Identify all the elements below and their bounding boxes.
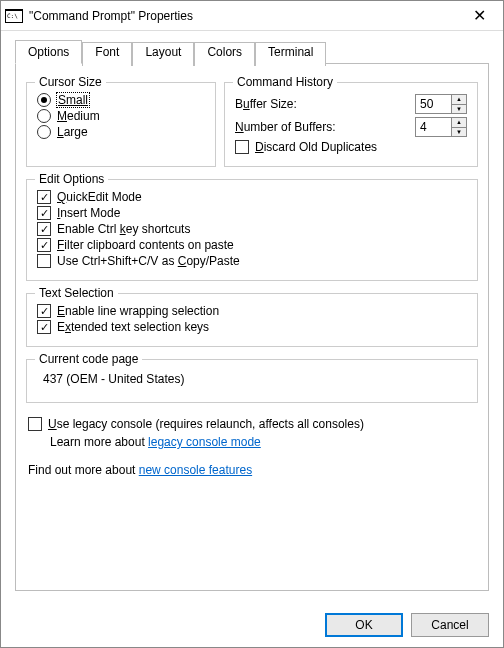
text-selection-group: Text Selection Enable line wrapping sele…	[26, 293, 478, 347]
ctrlkey-label: Enable Ctrl key shortcuts	[57, 222, 190, 236]
cancel-button[interactable]: Cancel	[411, 613, 489, 637]
codepage-value: 437 (OEM - United States)	[37, 368, 467, 392]
checkbox-icon	[28, 417, 42, 431]
quickedit-checkbox[interactable]: QuickEdit Mode	[37, 190, 467, 204]
content-area: Options Font Layout Colors Terminal Curs…	[1, 31, 503, 603]
insert-label: Insert Mode	[57, 206, 120, 220]
codepage-group: Current code page 437 (OEM - United Stat…	[26, 359, 478, 403]
button-row: OK Cancel	[1, 603, 503, 647]
spin-down-icon[interactable]: ▼	[452, 105, 466, 114]
legacy-label: Use legacy console (requires relaunch, a…	[48, 417, 364, 431]
spin-down-icon[interactable]: ▼	[452, 128, 466, 137]
cursor-small-label: Small	[57, 93, 89, 107]
cmd-icon: C:\	[5, 8, 23, 24]
num-buffers-input[interactable]	[415, 117, 451, 137]
linewrap-checkbox[interactable]: Enable line wrapping selection	[37, 304, 467, 318]
cursor-size-group: Cursor Size Small Medium Large	[26, 82, 216, 167]
radio-icon	[37, 125, 51, 139]
extended-label: Extended text selection keys	[57, 320, 209, 334]
buffer-size-spinner[interactable]: ▲▼	[415, 94, 467, 114]
checkbox-icon	[37, 320, 51, 334]
top-row: Cursor Size Small Medium Large	[26, 76, 478, 167]
num-buffers-spinner[interactable]: ▲▼	[415, 117, 467, 137]
cursor-small-radio[interactable]: Small	[37, 93, 205, 107]
checkbox-icon	[37, 206, 51, 220]
ok-button[interactable]: OK	[325, 613, 403, 637]
ctrlkey-checkbox[interactable]: Enable Ctrl key shortcuts	[37, 222, 467, 236]
cursor-large-label: Large	[57, 125, 88, 139]
tab-layout[interactable]: Layout	[132, 42, 194, 66]
ctrlshift-checkbox[interactable]: Use Ctrl+Shift+C/V as Copy/Paste	[37, 254, 467, 268]
tab-options[interactable]: Options	[15, 40, 82, 64]
checkbox-icon	[37, 190, 51, 204]
history-legend: Command History	[233, 75, 337, 89]
spinner-buttons[interactable]: ▲▼	[451, 94, 467, 114]
insert-checkbox[interactable]: Insert Mode	[37, 206, 467, 220]
buffer-size-label: Buffer Size:	[235, 97, 297, 111]
buffer-size-row: Buffer Size: ▲▼	[235, 94, 467, 114]
num-buffers-label: Number of Buffers:	[235, 120, 336, 134]
tab-colors[interactable]: Colors	[194, 42, 255, 66]
tab-strip: Options Font Layout Colors Terminal	[15, 40, 489, 64]
radio-icon	[37, 93, 51, 107]
legacy-console-checkbox[interactable]: Use legacy console (requires relaunch, a…	[28, 417, 476, 431]
findout-line: Find out more about new console features	[28, 463, 476, 477]
filter-checkbox[interactable]: Filter clipboard contents on paste	[37, 238, 467, 252]
spin-up-icon[interactable]: ▲	[452, 118, 466, 128]
checkbox-icon	[37, 254, 51, 268]
edit-options-group: Edit Options QuickEdit Mode Insert Mode …	[26, 179, 478, 281]
checkbox-icon	[37, 304, 51, 318]
close-button[interactable]: ✕	[459, 1, 499, 31]
tab-font[interactable]: Font	[82, 42, 132, 66]
window-title: "Command Prompt" Properties	[29, 9, 459, 23]
properties-window: C:\ "Command Prompt" Properties ✕ Option…	[0, 0, 504, 648]
discard-label: Discard Old Duplicates	[255, 140, 377, 154]
cursor-large-radio[interactable]: Large	[37, 125, 205, 139]
titlebar: C:\ "Command Prompt" Properties ✕	[1, 1, 503, 31]
spinner-buttons[interactable]: ▲▼	[451, 117, 467, 137]
tab-terminal[interactable]: Terminal	[255, 42, 326, 66]
radio-icon	[37, 109, 51, 123]
ctrlshift-label: Use Ctrl+Shift+C/V as Copy/Paste	[57, 254, 240, 268]
filter-label: Filter clipboard contents on paste	[57, 238, 234, 252]
extended-checkbox[interactable]: Extended text selection keys	[37, 320, 467, 334]
legacy-console-link[interactable]: legacy console mode	[148, 435, 261, 449]
svg-text:C:\: C:\	[7, 12, 18, 19]
legacy-learn-line: Learn more about legacy console mode	[50, 435, 476, 449]
linewrap-label: Enable line wrapping selection	[57, 304, 219, 318]
edit-legend: Edit Options	[35, 172, 108, 186]
cursor-medium-label: Medium	[57, 109, 100, 123]
checkbox-icon	[37, 238, 51, 252]
buffer-size-input[interactable]	[415, 94, 451, 114]
cursor-legend: Cursor Size	[35, 75, 106, 89]
textsel-legend: Text Selection	[35, 286, 118, 300]
quickedit-label: QuickEdit Mode	[57, 190, 142, 204]
legacy-block: Use legacy console (requires relaunch, a…	[28, 415, 476, 449]
codepage-legend: Current code page	[35, 352, 142, 366]
checkbox-icon	[235, 140, 249, 154]
command-history-group: Command History Buffer Size: ▲▼ Number o…	[224, 82, 478, 167]
new-console-features-link[interactable]: new console features	[139, 463, 252, 477]
options-panel: Cursor Size Small Medium Large	[15, 63, 489, 591]
checkbox-icon	[37, 222, 51, 236]
spin-up-icon[interactable]: ▲	[452, 95, 466, 105]
num-buffers-row: Number of Buffers: ▲▼	[235, 117, 467, 137]
cursor-medium-radio[interactable]: Medium	[37, 109, 205, 123]
discard-duplicates-checkbox[interactable]: Discard Old Duplicates	[235, 140, 467, 154]
